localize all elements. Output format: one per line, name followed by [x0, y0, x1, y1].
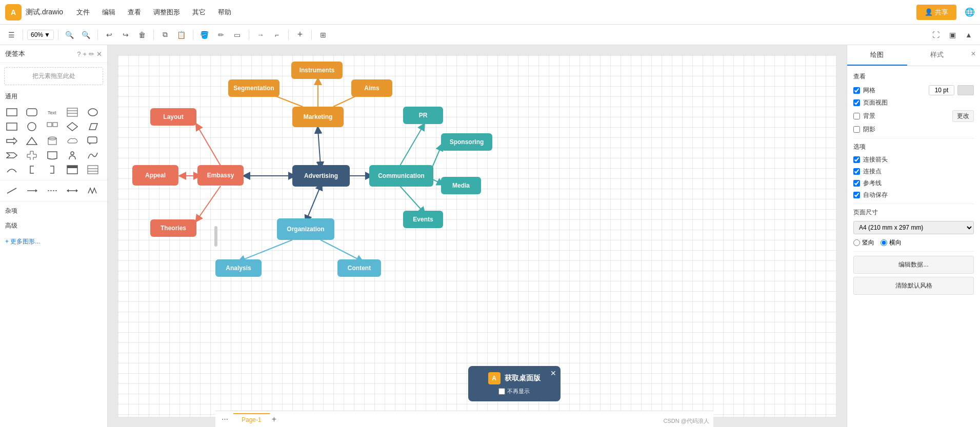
shape-speech[interactable]	[85, 135, 101, 147]
node-advertising[interactable]: Advertising	[292, 165, 350, 187]
popup-checkbox-row[interactable]: 不再显示	[498, 388, 530, 395]
menu-adjust[interactable]: 调整图形	[149, 6, 184, 19]
node-events[interactable]: Events	[403, 211, 443, 228]
copy-btn[interactable]: ⧉	[158, 28, 172, 42]
node-sponsoring[interactable]: Sponsoring	[441, 133, 492, 151]
portrait-radio[interactable]	[853, 239, 860, 246]
tab-style[interactable]: 样式	[907, 45, 967, 66]
landscape-radio[interactable]	[881, 239, 887, 246]
page-view-label[interactable]: 页面视图	[863, 98, 888, 107]
undo-btn[interactable]: ↩	[102, 28, 116, 42]
shape-ellipse[interactable]	[85, 106, 101, 118]
node-embassy[interactable]: Embassy	[197, 165, 244, 186]
node-instruments[interactable]: Instruments	[291, 62, 343, 79]
sidebar-close-btn[interactable]: ✕	[96, 50, 102, 58]
guidelines-checkbox[interactable]	[853, 180, 860, 187]
shape-cloud[interactable]	[65, 135, 80, 147]
shape-plus[interactable]	[24, 149, 39, 161]
waypoint-btn[interactable]: ⌐	[270, 28, 284, 42]
shape-document[interactable]	[45, 149, 60, 161]
node-marketing[interactable]: Marketing	[292, 107, 344, 127]
tab-draw[interactable]: 绘图	[847, 45, 907, 66]
portrait-label[interactable]: 竖向	[853, 238, 874, 247]
shape-bracket-left[interactable]	[24, 164, 39, 176]
node-appeal[interactable]: Appeal	[132, 165, 178, 186]
delete-btn[interactable]: 🗑	[135, 28, 149, 42]
node-organization[interactable]: Organization	[277, 218, 334, 240]
shape-dashed[interactable]	[45, 185, 60, 197]
clear-style-btn[interactable]: 清除默认风格	[853, 277, 974, 295]
no-show-label[interactable]: 不再显示	[507, 388, 530, 395]
fill-btn[interactable]: 🪣	[197, 28, 212, 42]
canvas-area[interactable]: Instruments Segmentation Aims Marketing …	[108, 45, 847, 427]
popup-close-btn[interactable]: ✕	[550, 369, 556, 377]
node-pr[interactable]: PR	[403, 107, 443, 124]
shape-arrow-right[interactable]	[4, 135, 19, 147]
line-btn[interactable]: ✏	[214, 28, 228, 42]
fullscreen-btn[interactable]: ⛶	[929, 28, 943, 42]
shape-circle[interactable]	[24, 120, 39, 133]
shape-double-arrow[interactable]	[65, 185, 80, 197]
landscape-label[interactable]: 横向	[881, 238, 902, 247]
paste-btn[interactable]: 📋	[174, 28, 189, 42]
shape-bracket-right[interactable]	[45, 164, 60, 176]
page-view-checkbox[interactable]	[853, 99, 860, 106]
page-size-select[interactable]: A4 (210 mm x 297 mm) A3 Letter	[853, 221, 974, 234]
edit-data-btn[interactable]: 编辑数据...	[853, 256, 974, 274]
add-btn[interactable]: +	[293, 28, 307, 42]
connect-points-label[interactable]: 连接点	[863, 167, 882, 176]
connect-arrows-checkbox[interactable]	[853, 156, 860, 163]
connect-points-checkbox[interactable]	[853, 168, 860, 175]
node-segmentation[interactable]: Segmentation	[228, 79, 279, 97]
right-panel-close[interactable]: ✕	[967, 45, 980, 66]
globe-icon[interactable]: 🌐	[965, 7, 975, 17]
shape-rect[interactable]	[4, 106, 19, 118]
grid-checkbox[interactable]	[853, 87, 860, 94]
update-bg-btn[interactable]: 更改	[952, 110, 974, 122]
sidebar-help-btn[interactable]: ?	[77, 50, 81, 58]
panel-btn[interactable]: ▣	[945, 28, 959, 42]
add-page-btn[interactable]: +	[272, 415, 276, 424]
sidebar-add-btn[interactable]: +	[83, 50, 87, 58]
shape-group[interactable]	[45, 120, 60, 133]
shape-line[interactable]	[4, 185, 19, 197]
shape-zigzag[interactable]	[85, 185, 101, 197]
background-label[interactable]: 背景	[863, 112, 875, 120]
shadow-checkbox[interactable]	[853, 126, 860, 133]
rect-btn[interactable]: ▭	[230, 28, 245, 42]
shape-frame[interactable]	[65, 164, 80, 176]
shape-parallelogram[interactable]	[85, 120, 101, 133]
bottom-menu-btn[interactable]: ⋯	[219, 414, 230, 424]
menu-other[interactable]: 其它	[188, 6, 210, 19]
more-shapes-btn[interactable]: + 更多图形...	[0, 233, 107, 250]
shape-curve[interactable]	[85, 149, 101, 161]
sidebar-edit-btn[interactable]: ✏	[89, 50, 94, 58]
node-communication[interactable]: Communication	[369, 165, 433, 187]
share-button[interactable]: 👤 共享	[916, 5, 956, 20]
shape-cylinder[interactable]	[45, 135, 60, 147]
grid-label[interactable]: 网格	[863, 86, 875, 95]
grid-pt-input[interactable]	[929, 85, 954, 95]
shape-person[interactable]	[65, 149, 80, 161]
shape-arc[interactable]	[4, 164, 19, 176]
sidebar-resize-handle[interactable]	[214, 226, 217, 247]
shape-text[interactable]: Text	[45, 106, 60, 118]
collapse-btn[interactable]: ▲	[962, 28, 976, 42]
node-layout[interactable]: Layout	[150, 108, 196, 126]
shape-rect2[interactable]	[4, 120, 19, 133]
connect-arrows-label[interactable]: 连接箭头	[863, 155, 888, 164]
table-btn[interactable]: ⊞	[316, 28, 330, 42]
node-aims[interactable]: Aims	[351, 79, 392, 97]
redo-btn[interactable]: ↪	[118, 28, 133, 42]
canvas[interactable]: Instruments Segmentation Aims Marketing …	[118, 55, 836, 417]
background-checkbox[interactable]	[853, 113, 860, 119]
node-content[interactable]: Content	[337, 259, 381, 277]
menu-view[interactable]: 查看	[124, 6, 145, 19]
menu-help[interactable]: 帮助	[214, 6, 235, 19]
guidelines-label[interactable]: 参考线	[863, 179, 882, 188]
node-theories[interactable]: Theories	[150, 219, 196, 237]
menu-edit[interactable]: 编辑	[98, 6, 119, 19]
node-media[interactable]: Media	[441, 177, 481, 194]
auto-save-label[interactable]: 自动保存	[863, 191, 888, 199]
drag-hint[interactable]: 把元素拖至此处	[4, 67, 103, 85]
